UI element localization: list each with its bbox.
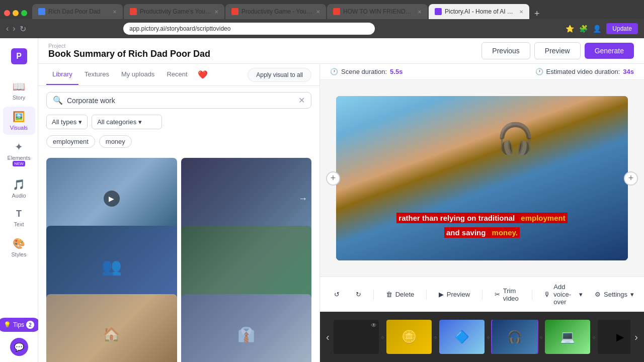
media-item-5[interactable]: 🏠 — [46, 294, 177, 362]
tab-favicon-4 — [333, 8, 340, 15]
timeline-item-2[interactable]: 🪙 — [386, 320, 432, 354]
tab-my-uploads[interactable]: My uploads — [115, 64, 160, 85]
voiceover-btn[interactable]: 🎙 Add voice-over ▾ — [540, 281, 587, 308]
tl-thumb-3: 🔷 — [439, 320, 485, 354]
separator-3 — [482, 290, 482, 300]
close-window-btn[interactable] — [4, 10, 10, 16]
tab-close-2[interactable]: ✕ — [214, 9, 218, 15]
settings-label: Settings — [604, 291, 627, 298]
settings-arrow: ▾ — [630, 291, 634, 298]
address-bar: ‹ › ↻ app.pictory.ai/storyboard/scriptto… — [0, 19, 644, 38]
delete-button[interactable]: 🗑 Delete — [382, 289, 419, 300]
tab-close-5[interactable]: ✕ — [519, 9, 523, 15]
scene-duration-label: Scene duration: — [341, 68, 387, 75]
caption-line1: rather than relying on traditional — [396, 213, 519, 223]
type-filter-dropdown[interactable]: All types ▾ — [46, 115, 88, 129]
search-input[interactable] — [67, 97, 294, 105]
elements-label: Elements — [8, 155, 31, 161]
sidebar-item-story[interactable]: 📖 Story — [3, 76, 35, 105]
add-scene-left-btn[interactable]: + — [326, 171, 340, 186]
update-button[interactable]: Update — [606, 23, 638, 34]
preview-button[interactable]: Preview — [534, 42, 581, 59]
clock-icon-2: 🕐 — [535, 68, 543, 75]
settings-btn[interactable]: ⚙ Settings ▾ — [595, 291, 634, 298]
tab-close-4[interactable]: ✕ — [418, 9, 422, 15]
favorites-tab[interactable]: ❤️ — [194, 64, 212, 85]
clear-search-btn[interactable]: ✕ — [298, 96, 305, 105]
apply-all-button[interactable]: Apply visual to all — [248, 68, 311, 82]
sidebar-item-audio[interactable]: 🎵 Audio — [3, 174, 35, 203]
visuals-icon: 🖼️ — [13, 111, 25, 123]
browser-tab-4[interactable]: HOW TO WIN FRIENDS AND... ✕ — [327, 4, 428, 19]
media-person-icon-3: 👥 — [102, 257, 122, 276]
chat-button[interactable]: 💬 — [10, 338, 28, 356]
tl-play-icon-6: ▶ — [616, 331, 624, 343]
tab-favicon-3 — [231, 8, 238, 15]
timeline-item-1[interactable]: 👁 — [334, 320, 379, 354]
browser-tab-5[interactable]: Pictory.AI - Home of AI Vide... ✕ — [429, 4, 529, 19]
preview-scene-btn[interactable]: ▶ Preview — [435, 289, 474, 300]
tag-employment[interactable]: employment — [46, 135, 95, 148]
tab-recent[interactable]: Recent — [160, 64, 193, 85]
tl-connector-3: ⬦ — [487, 333, 490, 340]
browser-tab-1[interactable]: Rich Dad Poor Dad ✕ — [32, 4, 123, 19]
rotate-right-btn[interactable]: ↻ — [352, 289, 365, 300]
tl-connector-5: ⬦ — [592, 333, 596, 340]
tag-money[interactable]: money — [99, 135, 132, 148]
trim-video-btn[interactable]: ✂ Trim video — [491, 285, 524, 304]
timeline-item-3[interactable]: 🔷 — [439, 320, 485, 354]
url-input[interactable]: app.pictory.ai/storyboard/scripttovideo — [123, 23, 375, 35]
new-tab-btn[interactable]: + — [530, 9, 544, 19]
sidebar-item-styles[interactable]: 🎨 Styles — [3, 233, 35, 261]
browser-chrome: Rich Dad Poor Dad ✕ Productivity Game's … — [0, 0, 644, 38]
play-button-1[interactable]: ▶ — [104, 191, 120, 207]
previous-button[interactable]: Previous — [481, 42, 530, 59]
audio-label: Audio — [12, 193, 26, 199]
tab-close-1[interactable]: ✕ — [113, 9, 117, 15]
back-btn[interactable]: ‹ — [6, 24, 9, 33]
tl-hide-icon-1: 👁 — [371, 322, 377, 329]
project-title: Book Summary of Rich Dad Poor Dad — [48, 49, 210, 59]
tl-thumb-2: 🪙 — [386, 320, 432, 354]
rotate-left-btn[interactable]: ↺ — [330, 289, 344, 300]
browser-tab-2[interactable]: Productivity Game's YouTub... ✕ — [124, 4, 224, 19]
play-icon: ▶ — [439, 291, 444, 298]
timeline-item-5[interactable]: 💻 — [545, 320, 590, 354]
caption-container: rather than relying on traditional emplo… — [346, 211, 618, 240]
sidebar-item-text[interactable]: T Text — [3, 205, 35, 231]
video-area: + 🎧 rather than relying on trad — [320, 80, 644, 277]
tab-textures[interactable]: Textures — [78, 64, 115, 85]
timeline-item-6[interactable]: ▶ 🚫 — [598, 320, 631, 354]
media-item-6[interactable]: 👔 — [181, 294, 312, 362]
timeline-next-btn[interactable]: › — [632, 329, 640, 345]
scene-duration-value: 5.5s — [390, 68, 403, 75]
browser-tab-3[interactable]: Productivity Game - YouTube ✕ — [225, 4, 326, 19]
extensions-icon[interactable]: 🧩 — [579, 25, 588, 33]
search-box: 🔍 ✕ — [46, 92, 311, 109]
category-filter-dropdown[interactable]: All categories ▾ — [92, 115, 162, 129]
project-label: Project — [48, 43, 210, 49]
reload-btn[interactable]: ↻ — [20, 24, 26, 34]
timeline-prev-btn[interactable]: ‹ — [324, 329, 332, 345]
tab-close-3[interactable]: ✕ — [316, 9, 320, 15]
timeline-item-4[interactable]: 🎧 — [492, 320, 537, 354]
tl-connector-4: ⬦ — [539, 333, 543, 340]
maximize-window-btn[interactable] — [21, 10, 27, 16]
generate-button[interactable]: Generate — [585, 43, 634, 59]
bookmark-icon[interactable]: ⭐ — [566, 25, 574, 33]
minimize-window-btn[interactable] — [13, 10, 19, 16]
tab-label-4: HOW TO WIN FRIENDS AND... — [343, 8, 415, 15]
left-panel: Library Textures My uploads Recent ❤️ Ap… — [38, 64, 320, 362]
url-text: app.pictory.ai/storyboard/scripttovideo — [129, 25, 230, 32]
add-scene-right-btn[interactable]: + — [624, 171, 638, 186]
sidebar-item-visuals[interactable]: 🖼️ Visuals — [3, 107, 35, 135]
est-duration-value: 34s — [623, 68, 634, 75]
window-controls — [4, 10, 27, 16]
forward-btn[interactable]: › — [13, 24, 15, 33]
tab-library[interactable]: Library — [46, 64, 78, 85]
voiceover-label: Add voice-over — [553, 283, 576, 306]
tips-count: 2 — [26, 321, 34, 329]
sidebar-item-elements[interactable]: ✦ Elements NEW — [3, 137, 35, 172]
tips-button[interactable]: 💡 Tips 2 — [0, 318, 40, 332]
notifications[interactable]: 👤 — [593, 25, 601, 33]
